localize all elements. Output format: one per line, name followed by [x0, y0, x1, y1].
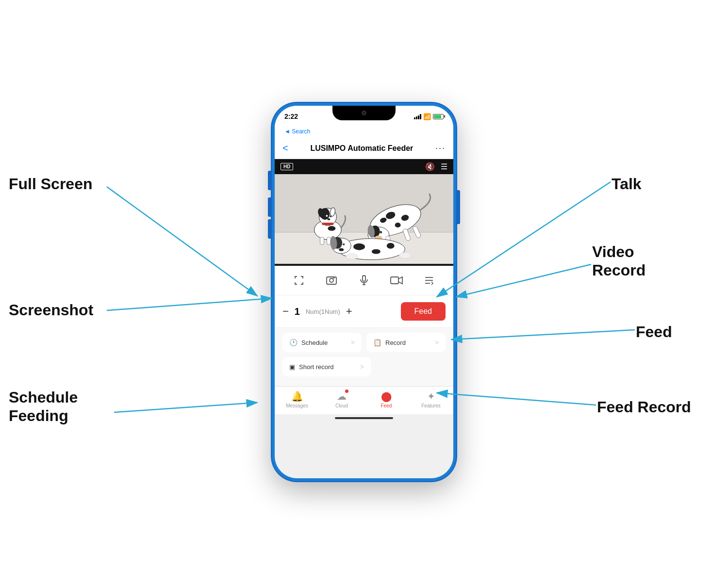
messages-icon: 🔔 [291, 390, 303, 402]
short-record-label: Short record [299, 363, 334, 371]
short-record-chevron: > [360, 363, 364, 371]
hd-badge: HD [281, 163, 293, 170]
svg-rect-12 [320, 237, 324, 245]
record-chevron: > [435, 339, 439, 346]
camera-notch [362, 111, 366, 115]
schedule-label: Schedule [301, 339, 328, 346]
more-button[interactable]: ··· [435, 143, 446, 153]
tab-feed[interactable]: ⬤ Feed [364, 390, 409, 408]
wifi-icon: 📶 [423, 113, 431, 120]
short-record-icon: ▣ [289, 363, 295, 371]
feed-tab-icon: ⬤ [381, 390, 392, 402]
status-icons: 📶 [414, 113, 444, 120]
features-icon: ✦ [427, 390, 435, 402]
phone-mockup: 2:22 📶 ◄ Search [272, 103, 456, 481]
svg-point-11 [328, 226, 335, 231]
svg-point-39 [346, 254, 358, 260]
search-bar: ◄ Search [275, 127, 453, 138]
svg-rect-14 [322, 223, 333, 225]
home-indicator [335, 417, 393, 419]
menu-row-1: 🕐 Schedule > 📋 Record > [282, 333, 446, 352]
svg-line-54 [107, 298, 272, 310]
video-record-button[interactable] [388, 272, 405, 289]
svg-line-62 [456, 264, 591, 297]
nav-title: LUSIMPO Automatic Feeder [310, 144, 413, 153]
record-icon: 📋 [373, 339, 381, 346]
svg-text:Feed: Feed [636, 323, 672, 341]
svg-point-42 [330, 278, 333, 282]
record-menu-item[interactable]: 📋 Record > [366, 333, 446, 352]
tab-features[interactable]: ✦ Features [409, 390, 453, 408]
svg-point-31 [353, 243, 365, 250]
battery-icon [433, 114, 444, 119]
video-container: HD 🔇 ☰ 50 KB/S [275, 159, 453, 266]
svg-line-57 [114, 403, 257, 412]
feed-unit-label: Num(1Num) [306, 308, 340, 315]
feed-tab-label: Feed [381, 403, 392, 408]
svg-point-37 [343, 243, 345, 245]
increment-button[interactable]: + [346, 305, 352, 318]
filter-button[interactable] [420, 272, 438, 289]
svg-text:Feed Record: Feed Record [597, 398, 691, 416]
cloud-icon: ☁ [337, 390, 347, 402]
svg-text:Video: Video [592, 243, 634, 260]
svg-point-10 [327, 218, 330, 220]
svg-line-64 [451, 330, 635, 340]
svg-point-33 [387, 243, 395, 249]
cloud-label: Cloud [335, 403, 348, 408]
svg-point-40 [399, 253, 411, 259]
menu-row-2: ▣ Short record > [282, 357, 446, 376]
signal-icon [414, 114, 421, 119]
decrement-button[interactable]: − [282, 305, 289, 318]
svg-point-18 [395, 223, 401, 227]
record-label: Record [385, 339, 406, 346]
video-feed [275, 174, 453, 264]
mic-button[interactable] [355, 272, 373, 289]
svg-point-32 [372, 249, 381, 254]
svg-point-9 [330, 215, 331, 217]
svg-text:Screenshot: Screenshot [9, 301, 94, 319]
svg-rect-47 [391, 277, 398, 284]
svg-text:Schedule: Schedule [9, 389, 78, 406]
svg-point-25 [380, 231, 382, 233]
status-time: 2:22 [284, 113, 298, 120]
svg-rect-13 [327, 237, 331, 245]
tab-bar: 🔔 Messages ☁ Cloud ⬤ Feed ✦ Features [275, 386, 453, 414]
screenshot-button[interactable] [323, 272, 340, 289]
status-bar: 2:22 📶 [275, 106, 453, 127]
svg-text:Feeding: Feeding [9, 407, 68, 424]
feed-amount-value: 1 [295, 306, 300, 317]
short-record-menu-item[interactable]: ▣ Short record > [282, 357, 371, 376]
svg-point-8 [326, 215, 328, 217]
svg-line-52 [107, 187, 257, 296]
feed-button[interactable]: Feed [401, 302, 446, 321]
schedule-icon: 🕐 [289, 339, 298, 346]
schedule-chevron: > [351, 339, 355, 346]
video-top-bar: HD 🔇 ☰ [275, 159, 453, 174]
feed-controls: − 1 Num(1Num) + Feed [275, 295, 453, 328]
svg-text:Talk: Talk [612, 175, 642, 193]
search-back-label: ◄ Search [284, 128, 310, 135]
svg-point-38 [339, 248, 344, 251]
menu-items: 🕐 Schedule > 📋 Record > [275, 328, 453, 386]
svg-text:Record: Record [592, 261, 645, 279]
tab-cloud[interactable]: ☁ Cloud [319, 390, 364, 408]
nav-bar: < LUSIMPO Automatic Feeder ··· [275, 138, 453, 159]
messages-label: Messages [286, 403, 308, 408]
feed-amount: − 1 Num(1Num) + [282, 305, 352, 318]
features-label: Features [421, 403, 440, 408]
svg-point-43 [333, 277, 334, 279]
video-top-icons: 🔇 ☰ [425, 162, 447, 171]
svg-rect-44 [363, 276, 365, 281]
schedule-menu-item[interactable]: 🕐 Schedule > [282, 333, 362, 352]
notch [332, 106, 396, 120]
fullscreen-button[interactable] [290, 272, 308, 289]
tab-messages[interactable]: 🔔 Messages [275, 390, 319, 408]
svg-line-66 [437, 393, 596, 405]
svg-text:Full Screen: Full Screen [9, 175, 93, 193]
back-button[interactable]: < [282, 143, 288, 154]
controls-bar [275, 266, 453, 295]
mute-icon[interactable]: 🔇 [425, 162, 435, 171]
svg-line-59 [437, 182, 611, 297]
list-icon[interactable]: ☰ [441, 162, 447, 171]
